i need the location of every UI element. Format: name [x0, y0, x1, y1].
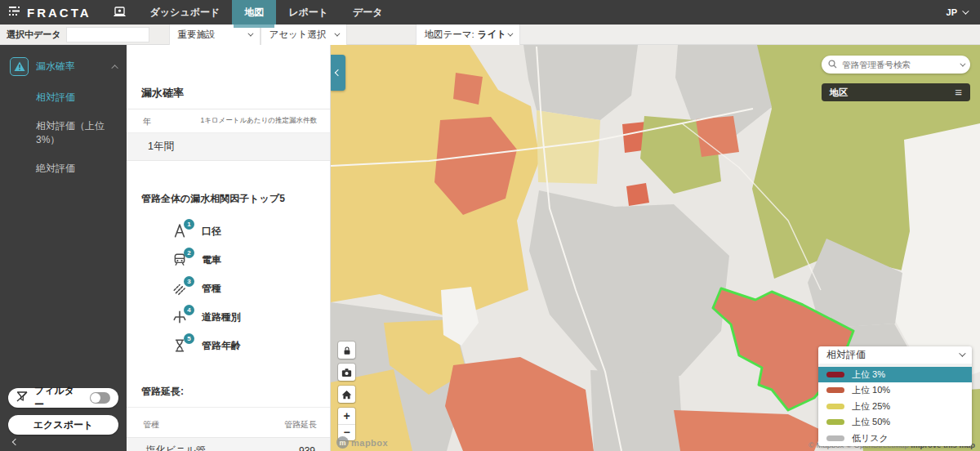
factor-label: 管種	[202, 282, 221, 296]
factor-item: 5 管路年齢	[127, 332, 330, 360]
chevron-left-icon	[335, 69, 341, 76]
map-region	[626, 183, 649, 206]
legend-label: 上位 3%	[852, 368, 885, 381]
map-canvas[interactable]: 地区 ≡ + − m mapbox © Mapbox © OpenStreet	[331, 45, 980, 451]
rank-badge: 3	[184, 276, 194, 287]
length-col-length: 管路延長	[284, 419, 317, 431]
factor-item: 3 管種	[127, 275, 330, 303]
factor-item: 2 電車	[127, 246, 330, 275]
home-button[interactable]	[338, 386, 355, 403]
road-icon: 4	[172, 310, 189, 326]
fracta-logo-icon	[8, 5, 20, 20]
lock-button[interactable]	[338, 342, 355, 359]
selected-data-input[interactable]	[66, 27, 149, 42]
legend-label: 上位 25%	[852, 400, 890, 413]
nav-tab-map[interactable]: 地図	[232, 0, 276, 25]
brand-name: FRACTA	[27, 6, 91, 20]
warning-triangle-icon	[10, 57, 29, 76]
legend-item-top3[interactable]: 上位 3%	[818, 367, 972, 383]
factor-item: 4 道路種別	[127, 303, 330, 332]
nav-tab-dashboard[interactable]: ダッシュボード	[138, 0, 233, 25]
hourglass-icon: 5	[172, 338, 189, 355]
chevron-up-icon	[111, 65, 118, 71]
filter-button[interactable]: フィルター	[8, 388, 118, 408]
length-title: 管路延長:	[141, 385, 330, 399]
map-theme-value: ライト	[478, 29, 506, 41]
length-table-header: 管種 管路延長	[127, 407, 330, 437]
legend-item-top10[interactable]: 上位 10%	[818, 382, 972, 399]
caliper-icon: 1	[172, 224, 189, 240]
legend-item-top50[interactable]: 上位 50%	[818, 414, 972, 431]
mapbox-icon: m	[336, 436, 349, 449]
panel-collapse-tab[interactable]	[331, 55, 345, 91]
length-row-type: 塩化ビニル管	[146, 444, 206, 451]
legend-swatch	[826, 435, 844, 441]
factors-title: 管路全体の漏水相関因子トップ5	[141, 192, 330, 206]
pipe-search-box[interactable]	[822, 56, 970, 74]
pipe-search-input[interactable]	[842, 60, 955, 69]
selected-data-label: 選択中データ	[7, 29, 61, 41]
length-table-row[interactable]: 塩化ビニル管 939	[127, 437, 330, 451]
nav-tab-data[interactable]: データ	[341, 0, 395, 25]
sidebar-item-relative-eval-top3[interactable]: 相対評価（上位3%）	[36, 119, 127, 147]
rank-badge: 5	[184, 333, 194, 344]
device-icon[interactable]	[113, 7, 127, 18]
nav-tab-report[interactable]: レポート	[276, 0, 341, 25]
map-region	[590, 370, 684, 451]
legend-swatch	[826, 419, 844, 425]
chevron-down-icon	[334, 30, 340, 36]
export-button[interactable]: エクスポート	[8, 415, 118, 435]
app: FRACTA ダッシュボード 地図 レポート データ JP 選択中データ 重要施…	[0, 0, 980, 451]
sidebar-group-leak-probability[interactable]: 漏水確率	[10, 57, 118, 76]
legend-label: 上位 50%	[852, 416, 890, 428]
search-icon	[828, 57, 837, 72]
district-label: 地区	[830, 87, 848, 99]
mapbox-wordmark: mapbox	[351, 438, 388, 448]
legend-item-low-risk[interactable]: 低リスク	[818, 431, 972, 447]
factor-label: 口径	[202, 225, 221, 239]
toolbar: 選択中データ 重要施設 アセット選択 地図テーマ: ライト	[0, 25, 980, 45]
panel-title: 漏水確率	[141, 86, 330, 100]
legend-swatch	[826, 404, 844, 409]
length-row-value: 939	[299, 445, 315, 451]
prob-table-row[interactable]: 1年間	[127, 133, 330, 161]
sidebar-item-relative-eval[interactable]: 相対評価	[36, 91, 127, 105]
brand[interactable]: FRACTA	[8, 5, 91, 20]
detail-panel: 漏水確率 年 1キロメートルあたりの推定漏水件数 1年間 管路全体の漏水相関因子…	[127, 45, 331, 451]
sidebar-collapse-icon[interactable]	[13, 433, 18, 448]
legend-swatch	[826, 372, 844, 377]
factor-label: 管路年齢	[202, 339, 241, 353]
factor-label: 道路種別	[202, 310, 241, 324]
chevron-down-icon	[962, 7, 969, 14]
language-selector[interactable]: JP	[947, 7, 967, 17]
rank-badge: 1	[184, 219, 194, 230]
toggle-knob	[91, 393, 100, 403]
chevron-down-icon	[959, 350, 965, 356]
facility-dropdown-label: 重要施設	[178, 29, 216, 41]
chevron-down-icon	[247, 30, 253, 36]
map-theme-dropdown[interactable]: 地図テーマ: ライト	[416, 25, 520, 45]
sidebar-item-absolute-eval[interactable]: 絶対評価	[36, 162, 127, 176]
camera-button[interactable]	[338, 364, 355, 381]
sidebar: 漏水確率 相対評価 相対評価（上位3%） 絶対評価 フィルター エクスポート	[0, 45, 127, 451]
district-selector[interactable]: 地区 ≡	[822, 83, 970, 101]
factor-item: 1 口径	[127, 217, 330, 246]
train-icon: 2	[172, 252, 189, 269]
chevron-down-icon	[507, 30, 513, 36]
mapbox-logo[interactable]: m mapbox	[336, 436, 388, 449]
legend-title: 相対評価	[826, 348, 866, 362]
legend-item-top25[interactable]: 上位 25%	[818, 399, 972, 415]
rank-badge: 4	[184, 305, 194, 315]
factor-label: 電車	[202, 253, 221, 267]
map-region	[453, 73, 483, 105]
filter-off-icon	[16, 391, 28, 404]
filter-toggle[interactable]	[90, 392, 110, 404]
legend-header[interactable]: 相対評価	[818, 346, 972, 367]
main-nav: ダッシュボード 地図 レポート データ	[138, 0, 395, 25]
legend-label: 低リスク	[852, 432, 889, 444]
prob-col-year: 年	[143, 116, 151, 127]
zoom-in-button[interactable]: +	[338, 408, 355, 425]
legend-swatch	[826, 387, 844, 393]
relative-eval-legend: 相対評価 上位 3% 上位 10% 上位 25% 上位 50%	[818, 346, 972, 447]
map-theme-label: 地図テーマ:	[425, 29, 474, 41]
